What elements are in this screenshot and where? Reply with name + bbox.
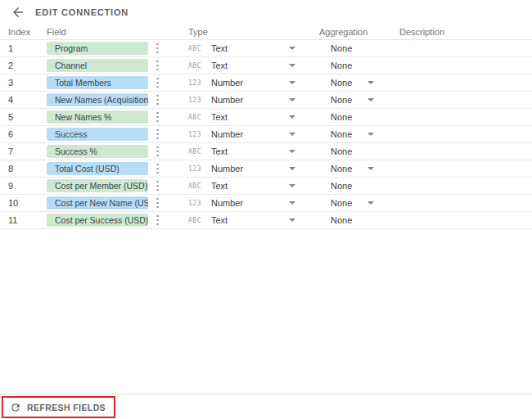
- aggregation-value: None: [331, 43, 352, 53]
- aggregation-value: None: [331, 215, 352, 225]
- table-row: 1 Program ABC Text None: [0, 40, 532, 57]
- type-dropdown-icon[interactable]: [289, 219, 295, 222]
- table-row: 7 Success % ABC Text None: [0, 143, 532, 160]
- row-index: 8: [0, 164, 38, 173]
- kebab-menu-icon[interactable]: [153, 214, 162, 228]
- aggregation-value: None: [331, 181, 352, 191]
- aggregation-value: None: [331, 61, 352, 70]
- description-cell[interactable]: [399, 109, 532, 125]
- type-label: Text: [211, 215, 228, 225]
- type-label: Number: [211, 95, 243, 105]
- aggregation-value: None: [331, 146, 352, 156]
- table-row: 4 New Names (Acquisitions) 123 Number No…: [0, 92, 532, 109]
- table-row: 2 Channel ABC Text None: [0, 57, 532, 74]
- refresh-fields-button[interactable]: REFRESH FIELDS: [2, 396, 115, 418]
- table-body: 1 Program ABC Text None 2 Channel: [0, 40, 532, 229]
- field-chip[interactable]: Channel: [47, 59, 148, 72]
- column-header-description: Description: [399, 25, 532, 39]
- aggregation-value: None: [331, 129, 352, 139]
- row-index: 4: [0, 95, 38, 105]
- type-dropdown-icon[interactable]: [289, 201, 295, 205]
- description-cell[interactable]: [399, 126, 532, 142]
- kebab-menu-icon[interactable]: [153, 59, 162, 73]
- aggregation-value: None: [331, 95, 352, 105]
- aggregation-dropdown-icon[interactable]: [367, 167, 374, 170]
- aggregation-value: None: [331, 78, 352, 88]
- type-dropdown-icon[interactable]: [289, 115, 295, 119]
- aggregation-value: None: [331, 198, 352, 208]
- description-cell[interactable]: [399, 92, 532, 108]
- kebab-menu-icon[interactable]: [153, 93, 162, 107]
- type-label: Number: [211, 78, 243, 88]
- field-chip[interactable]: Success: [47, 128, 148, 141]
- table-row: 6 Success 123 Number None: [0, 126, 532, 143]
- kebab-menu-icon[interactable]: [153, 128, 162, 142]
- column-header-type: Type: [187, 27, 319, 37]
- description-cell[interactable]: [399, 143, 532, 160]
- table-row: 5 New Names % ABC Text None: [0, 109, 532, 126]
- table-row: 3 Total Members 123 Number None: [0, 74, 532, 92]
- aggregation-dropdown-icon[interactable]: [367, 81, 374, 84]
- row-index: 11: [0, 215, 38, 225]
- refresh-icon: [10, 402, 21, 413]
- type-icon: ABC: [188, 217, 206, 224]
- kebab-menu-icon[interactable]: [153, 162, 162, 176]
- aggregation-dropdown-icon[interactable]: [367, 133, 374, 136]
- kebab-menu-icon[interactable]: [153, 179, 162, 193]
- row-index: 7: [0, 146, 38, 156]
- kebab-menu-icon[interactable]: [153, 196, 162, 210]
- field-chip[interactable]: Program: [47, 42, 148, 55]
- description-cell[interactable]: [399, 195, 532, 211]
- type-dropdown-icon[interactable]: [289, 98, 295, 101]
- column-header-index: Index: [0, 27, 38, 37]
- description-cell[interactable]: [399, 212, 532, 228]
- type-dropdown-icon[interactable]: [289, 150, 295, 153]
- kebab-menu-icon[interactable]: [153, 145, 162, 159]
- row-index: 9: [0, 181, 38, 191]
- type-dropdown-icon[interactable]: [289, 47, 295, 50]
- field-chip[interactable]: Success %: [47, 145, 148, 158]
- description-cell[interactable]: [399, 160, 532, 177]
- aggregation-dropdown-icon[interactable]: [367, 201, 374, 205]
- type-icon: ABC: [188, 182, 206, 190]
- type-dropdown-icon[interactable]: [289, 133, 295, 136]
- type-label: Number: [211, 164, 243, 173]
- type-icon: ABC: [188, 62, 206, 70]
- type-dropdown-icon[interactable]: [289, 167, 295, 170]
- topbar: EDIT CONNECTION: [0, 0, 532, 25]
- row-index: 2: [0, 61, 38, 70]
- field-chip[interactable]: New Names (Acquisitions): [47, 93, 148, 106]
- arrow-left-icon: [11, 5, 25, 20]
- table-row: 8 Total Cost (USD) 123 Number None: [0, 160, 532, 178]
- field-chip[interactable]: Total Cost (USD): [47, 162, 148, 175]
- field-chip[interactable]: Cost per Success (USD): [47, 214, 148, 227]
- description-cell[interactable]: [399, 178, 532, 194]
- type-label: Text: [211, 146, 228, 156]
- field-chip[interactable]: New Names %: [47, 110, 148, 124]
- type-dropdown-icon[interactable]: [289, 81, 295, 84]
- column-header-field: Field: [38, 27, 187, 37]
- refresh-fields-label: REFRESH FIELDS: [27, 403, 106, 412]
- aggregation-dropdown-icon[interactable]: [367, 98, 374, 101]
- table-row: 10 Cost per New Name (USD) 123 Number No…: [0, 195, 532, 212]
- field-chip[interactable]: Cost per Member (USD): [47, 179, 148, 192]
- type-icon: 123: [188, 165, 206, 173]
- kebab-menu-icon[interactable]: [153, 76, 162, 90]
- type-icon: ABC: [188, 148, 206, 155]
- type-dropdown-icon[interactable]: [289, 64, 295, 67]
- back-button[interactable]: [10, 4, 26, 20]
- aggregation-value: None: [331, 164, 352, 173]
- row-index: 5: [0, 112, 38, 122]
- field-chip[interactable]: Cost per New Name (USD): [47, 196, 148, 210]
- type-label: Text: [211, 112, 228, 122]
- type-label: Text: [211, 181, 228, 191]
- kebab-menu-icon[interactable]: [153, 42, 162, 56]
- type-dropdown-icon[interactable]: [289, 184, 295, 187]
- description-cell[interactable]: [399, 40, 532, 56]
- type-icon: ABC: [188, 45, 206, 52]
- kebab-menu-icon[interactable]: [153, 110, 162, 124]
- type-icon: 123: [188, 79, 206, 87]
- description-cell[interactable]: [399, 57, 532, 74]
- field-chip[interactable]: Total Members: [47, 76, 148, 89]
- description-cell[interactable]: [399, 74, 532, 91]
